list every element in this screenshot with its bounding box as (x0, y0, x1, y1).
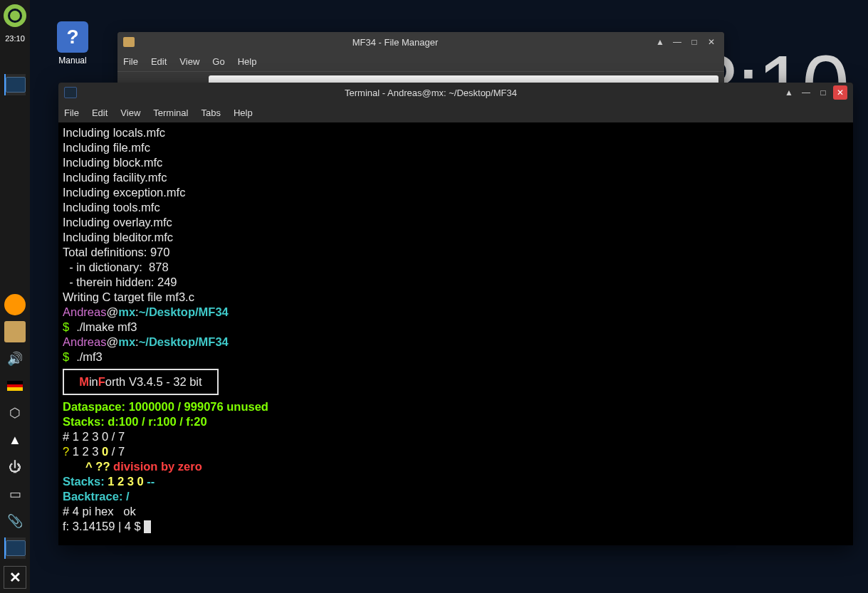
menu-view[interactable]: View (120, 107, 140, 118)
menu-terminal[interactable]: Terminal (153, 107, 188, 118)
fm-title: MF34 - File Manager (140, 37, 650, 48)
keyboard-layout-icon[interactable] (4, 375, 26, 397)
help-icon: ? (57, 21, 88, 53)
rollup-button[interactable]: ▲ (782, 85, 796, 100)
menu-view[interactable]: View (179, 56, 199, 67)
minimize-button[interactable]: — (799, 85, 813, 100)
fm-menubar: File Edit View Go Help (117, 52, 724, 72)
panel-dock: 23:10 🔊 ⬡ ▲ ⏻ ▭ 📎 ✕ (0, 0, 30, 593)
terminal-launcher-icon[interactable] (4, 537, 26, 559)
desktop-icon-label: Manual (51, 56, 94, 65)
maximize-button[interactable]: □ (816, 85, 830, 100)
app-menu-icon[interactable] (4, 4, 26, 27)
taskbar-terminal[interactable] (4, 74, 26, 95)
menu-help[interactable]: Help (238, 56, 257, 67)
menu-go[interactable]: Go (212, 56, 224, 67)
terminal-output[interactable]: Including locals.mfc Including file.mfc … (58, 122, 853, 545)
mx-start-icon[interactable]: ✕ (4, 566, 26, 589)
minimize-button[interactable]: — (670, 35, 684, 49)
cursor (144, 520, 151, 533)
terminal-window[interactable]: Terminal - Andreas@mx: ~/Desktop/MF34 ▲ … (58, 83, 853, 545)
menu-edit[interactable]: Edit (92, 107, 108, 118)
menu-tabs[interactable]: Tabs (201, 107, 220, 118)
menu-edit[interactable]: Edit (151, 56, 167, 67)
folder-icon (123, 37, 135, 47)
volume-icon[interactable]: 🔊 (4, 348, 26, 369)
term-title: Terminal - Andreas@mx: ~/Desktop/MF34 (83, 88, 779, 98)
terminal-icon (64, 87, 77, 98)
power-icon[interactable]: ⏻ (4, 456, 26, 478)
clipboard-icon[interactable]: ▭ (4, 483, 26, 505)
rollup-button[interactable]: ▲ (653, 35, 667, 49)
menu-file[interactable]: File (64, 107, 79, 118)
panel-clock[interactable]: 23:10 (0, 34, 30, 43)
menu-help[interactable]: Help (234, 107, 253, 118)
attachment-icon[interactable]: 📎 (4, 510, 26, 532)
firefox-icon[interactable] (4, 294, 26, 315)
close-button[interactable]: ✕ (833, 85, 847, 100)
term-titlebar[interactable]: Terminal - Andreas@mx: ~/Desktop/MF34 ▲ … (58, 83, 853, 103)
eject-icon[interactable]: ▲ (4, 429, 26, 451)
file-manager-icon[interactable] (4, 321, 26, 342)
package-icon[interactable]: ⬡ (4, 402, 26, 424)
maximize-button[interactable]: □ (687, 35, 701, 49)
minforth-banner: MinForth V3.4.5 - 32 bit (63, 369, 219, 395)
menu-file[interactable]: File (123, 56, 138, 67)
fm-titlebar[interactable]: MF34 - File Manager ▲ — □ ✕ (117, 32, 724, 52)
desktop-icon-manual[interactable]: ? Manual (51, 21, 94, 65)
term-menubar: File Edit View Terminal Tabs Help (58, 103, 853, 122)
close-button[interactable]: ✕ (704, 35, 718, 49)
